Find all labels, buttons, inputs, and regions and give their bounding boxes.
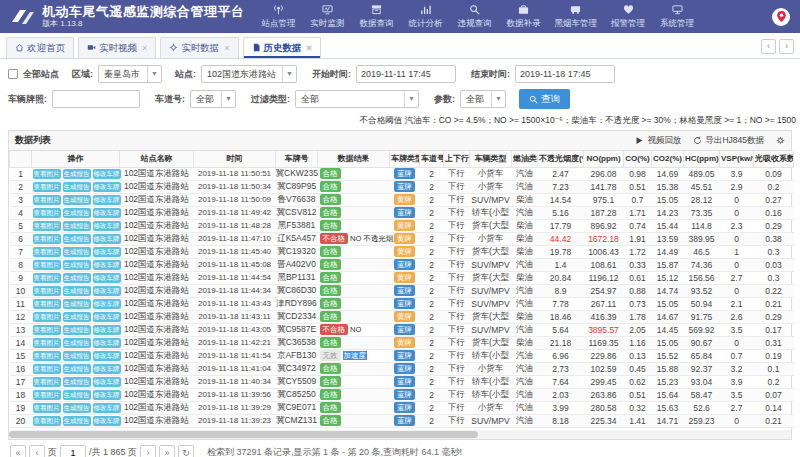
edit-plate-button[interactable]: 修改车牌 [93,299,121,309]
generate-report-button[interactable]: 生成报告 [63,234,91,244]
view-image-button[interactable]: 查看图片 [33,286,61,296]
last-page-button[interactable]: » [159,445,175,457]
generate-report-button[interactable]: 生成报告 [63,377,91,387]
generate-report-button[interactable]: 生成报告 [63,169,91,179]
edit-plate-button[interactable]: 修改车牌 [93,364,121,374]
nav-item-violation-query[interactable]: 违规查询 [457,4,493,30]
edit-plate-button[interactable]: 修改车牌 [93,234,121,244]
view-image-button[interactable]: 查看图片 [33,221,61,231]
nav-item-system-mgmt[interactable]: 系统管理 [659,4,695,30]
nav-item-realtime-monitor[interactable]: 实时监测 [310,4,346,30]
tab-realtime-video[interactable]: 实时视频× [78,37,156,58]
edit-plate-button[interactable]: 修改车牌 [93,260,121,270]
plate-input[interactable] [52,90,140,108]
edit-plate-button[interactable]: 修改车牌 [93,273,121,283]
view-image-button[interactable]: 查看图片 [33,325,61,335]
end-time-input[interactable] [515,65,615,83]
edit-plate-button[interactable]: 修改车牌 [93,416,121,426]
nav-item-data-query[interactable]: 数据查询 [359,4,395,30]
view-image-button[interactable]: 查看图片 [33,169,61,179]
prev-page-button[interactable]: ‹ [29,445,45,457]
tab-history-data[interactable]: 历史数据× [243,37,321,58]
generate-report-button[interactable]: 生成报告 [63,260,91,270]
view-image-button[interactable]: 查看图片 [33,416,61,426]
edit-plate-button[interactable]: 修改车牌 [93,312,121,322]
video-playback-button[interactable]: 视频回放 [635,135,681,147]
location-pin-button[interactable] [772,8,790,26]
nav-item-data-supplement[interactable]: 数据补录 [506,4,542,30]
scrollbar-thumb[interactable] [9,431,478,438]
lane-select[interactable]: 全部▼ [190,90,236,108]
export-hj845-button[interactable]: 导出HJ845数据 [693,135,764,147]
view-image-button[interactable]: 查看图片 [33,390,61,400]
tab-realtime-data[interactable]: 实时数据× [160,37,238,58]
page-number-input[interactable] [60,445,86,457]
generate-report-button[interactable]: 生成报告 [63,299,91,309]
tab-scroll-left-button[interactable]: ‹ [761,39,776,54]
nav-item-alarm-mgmt[interactable]: 报警管理 [610,4,646,30]
generate-report-button[interactable]: 生成报告 [63,286,91,296]
edit-plate-button[interactable]: 修改车牌 [93,403,121,413]
view-image-button[interactable]: 查看图片 [33,312,61,322]
view-image-button[interactable]: 查看图片 [33,377,61,387]
close-icon[interactable]: × [142,43,147,53]
edit-plate-button[interactable]: 修改车牌 [93,325,121,335]
edit-plate-button[interactable]: 修改车牌 [93,208,121,218]
view-image-button[interactable]: 查看图片 [33,299,61,309]
settings-button[interactable] [776,136,785,145]
nav-item-stats-analysis[interactable]: 统计分析 [408,4,444,30]
generate-report-button[interactable]: 生成报告 [63,325,91,335]
nav-item-site-mgmt[interactable]: 站点管理 [261,4,297,30]
query-button[interactable]: 查询 [519,89,570,109]
generate-report-button[interactable]: 生成报告 [63,403,91,413]
generate-report-button[interactable]: 生成报告 [63,416,91,426]
edit-plate-button[interactable]: 修改车牌 [93,182,121,192]
edit-plate-button[interactable]: 修改车牌 [93,390,121,400]
generate-report-button[interactable]: 生成报告 [63,351,91,361]
view-image-button[interactable]: 查看图片 [33,273,61,283]
edit-plate-button[interactable]: 修改车牌 [93,351,121,361]
edit-plate-button[interactable]: 修改车牌 [93,221,121,231]
generate-report-button[interactable]: 生成报告 [63,195,91,205]
generate-report-button[interactable]: 生成报告 [63,273,91,283]
view-image-button[interactable]: 查看图片 [33,195,61,205]
generate-report-button[interactable]: 生成报告 [63,221,91,231]
edit-plate-button[interactable]: 修改车牌 [93,338,121,348]
view-image-button[interactable]: 查看图片 [33,234,61,244]
view-image-button[interactable]: 查看图片 [33,403,61,413]
close-icon[interactable]: × [224,43,229,53]
view-image-button[interactable]: 查看图片 [33,247,61,257]
edit-plate-button[interactable]: 修改车牌 [93,377,121,387]
generate-report-button[interactable]: 生成报告 [63,182,91,192]
nav-item-smoke-vehicle-mgmt[interactable]: 黑烟车管理 [555,4,598,30]
view-image-button[interactable]: 查看图片 [33,182,61,192]
view-image-button[interactable]: 查看图片 [33,208,61,218]
generate-report-button[interactable]: 生成报告 [63,338,91,348]
tab-scroll-right-button[interactable]: › [779,39,794,54]
site-select[interactable]: 102国道东港路站▼ [201,65,297,83]
generate-report-button[interactable]: 生成报告 [63,312,91,322]
first-page-button[interactable]: « [10,445,26,457]
filter-type-select[interactable]: 全部▼ [295,90,419,108]
close-icon[interactable]: × [307,43,312,53]
generate-report-button[interactable]: 生成报告 [63,208,91,218]
edit-plate-button[interactable]: 修改车牌 [93,286,121,296]
view-image-button[interactable]: 查看图片 [33,260,61,270]
refresh-button[interactable]: ↻ [178,445,194,457]
start-time-input[interactable] [356,65,456,83]
generate-report-button[interactable]: 生成报告 [63,364,91,374]
param-select[interactable]: 全部▼ [460,90,506,108]
view-image-button[interactable]: 查看图片 [33,364,61,374]
view-image-button[interactable]: 查看图片 [33,338,61,348]
generate-report-button[interactable]: 生成报告 [63,390,91,400]
horizontal-scrollbar[interactable] [9,430,791,439]
next-page-button[interactable]: › [140,445,156,457]
view-image-button[interactable]: 查看图片 [33,351,61,361]
area-select[interactable]: 秦皇岛市▼ [98,65,162,83]
all-sites-checkbox[interactable] [8,69,18,79]
edit-plate-button[interactable]: 修改车牌 [93,195,121,205]
tab-welcome[interactable]: 欢迎首页 [6,37,74,58]
generate-report-button[interactable]: 生成报告 [63,247,91,257]
edit-plate-button[interactable]: 修改车牌 [93,169,121,179]
edit-plate-button[interactable]: 修改车牌 [93,247,121,257]
